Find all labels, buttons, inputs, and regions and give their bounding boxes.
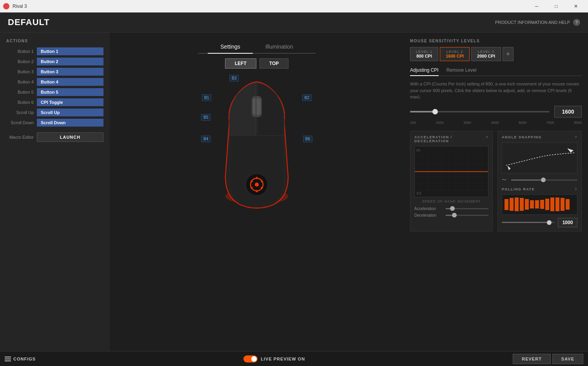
action-button-2[interactable]: Button 2 [37, 58, 103, 65]
title-bar-left: Rival 3 [3, 3, 27, 9]
cpi-value-display[interactable]: 1600 [554, 106, 582, 118]
minimize-button[interactable]: ─ [528, 0, 546, 13]
polling-slider-track[interactable] [502, 222, 555, 223]
product-help-icon[interactable]: ? [573, 19, 580, 26]
configs-icon [5, 357, 11, 361]
polling-graph [502, 194, 577, 215]
deceleration-slider-track[interactable] [446, 215, 488, 216]
polling-bar [545, 199, 549, 210]
svg-point-8 [261, 181, 263, 183]
acceleration-slider-thumb[interactable] [450, 206, 455, 211]
app-container: DEFAULT PRODUCT INFORMATION AND HELP ? A… [0, 13, 588, 366]
cpi-level-2[interactable]: LEVEL 2 1600 CPI [440, 47, 470, 61]
live-preview-toggle[interactable] [243, 355, 258, 362]
deceleration-label: Deceleration [414, 213, 443, 217]
restore-button[interactable]: □ [547, 0, 565, 13]
mouse-image-container: B1 B2 B3 B4 B5 B6 [206, 75, 308, 216]
view-tabs: LEFT TOP [225, 58, 289, 69]
angle-slider-track[interactable] [511, 179, 577, 181]
cpi-level-1[interactable]: LEVEL 1 800 CPI [410, 47, 438, 61]
action-button-6[interactable]: CPI Toggle [37, 98, 103, 106]
cpi-slider-label: 200 [410, 121, 416, 125]
actions-label: ACTIONS [0, 37, 110, 46]
action-label-1: Button 1 [6, 49, 34, 54]
acceleration-label: Acceleration [414, 207, 443, 211]
tab-illumination[interactable]: Illumination [253, 40, 306, 54]
add-cpi-level-button[interactable]: + [503, 47, 514, 61]
bottom-panels: ACCELERATION / DECELERATION ? [410, 131, 582, 232]
angle-help-icon[interactable]: ? [575, 135, 577, 139]
view-left-button[interactable]: LEFT [225, 58, 256, 69]
acceleration-slider-track[interactable] [446, 208, 488, 209]
mouse-btn-b4: B4 [201, 136, 211, 142]
polling-bar [550, 197, 554, 211]
bottom-bar: CONFIGS LIVE PREVIEW ON REVERT SAVE [0, 351, 588, 366]
action-label-3: Button 3 [6, 69, 34, 74]
subtab-adjusting-cpi[interactable]: Adjusting CPI [410, 67, 439, 76]
angle-slider-row: 〜 [502, 177, 577, 183]
cpi-slider-label: 4500 [491, 121, 499, 125]
polling-bar [535, 200, 539, 208]
macro-row: Macro Editor LAUNCH [0, 129, 110, 145]
angle-slider-thumb[interactable] [541, 178, 546, 182]
cpi-slider-thumb[interactable] [432, 109, 438, 114]
profile-title: DEFAULT [8, 17, 50, 27]
save-button[interactable]: SAVE [552, 354, 583, 364]
mouse-btn-b3: B3 [229, 75, 239, 82]
svg-rect-2 [253, 98, 261, 115]
polling-bar [525, 199, 529, 210]
view-top-button[interactable]: TOP [260, 58, 289, 69]
cpi-levels: LEVEL 1 800 CPI LEVEL 2 1600 CPI LEVEL 3… [410, 47, 582, 61]
svg-point-9 [261, 187, 263, 189]
polling-value-display[interactable]: 1000 [558, 218, 577, 227]
product-info-link[interactable]: PRODUCT INFORMATION AND HELP ? [495, 19, 580, 26]
svg-point-11 [251, 187, 253, 189]
subtab-remove-level[interactable]: Remove Level [446, 67, 477, 76]
action-row-5: Button 5 Button 5 [0, 87, 110, 97]
cpi-slider-label: 1500 [436, 121, 443, 125]
polling-bar [505, 199, 508, 210]
angle-graph-svg [502, 143, 577, 173]
polling-help-icon[interactable]: ? [575, 187, 577, 191]
action-button-8[interactable]: Scroll Down [37, 119, 103, 127]
configs-button[interactable]: CONFIGS [5, 357, 36, 361]
window-title: Rival 3 [13, 4, 27, 9]
action-label-8: Scroll Down [6, 120, 34, 125]
close-button[interactable]: ✕ [567, 0, 585, 13]
accel-help-icon[interactable]: ? [486, 135, 488, 143]
app-icon [3, 3, 9, 9]
action-label-5: Button 5 [6, 90, 34, 94]
svg-point-7 [256, 177, 258, 179]
cpi-slider-track[interactable] [410, 111, 550, 112]
content-area: ACTIONS Button 1 Button 1 Button 2 Butto… [0, 33, 588, 351]
cpi-slider-label: 3000 [463, 121, 471, 125]
action-row-4: Button 4 Button 4 [0, 77, 110, 87]
action-button-7[interactable]: Scroll Up [37, 109, 103, 116]
mouse-btn-b1: B1 [202, 94, 211, 101]
tab-settings[interactable]: Settings [208, 40, 253, 54]
action-button-1[interactable]: Button 1 [37, 47, 103, 55]
polling-title: POLLING RATE ? [502, 187, 577, 191]
action-label-4: Button 4 [6, 80, 34, 84]
cpi-level-3[interactable]: LEVEL 3 2000 CPI [471, 47, 501, 61]
action-button-5[interactable]: Button 5 [37, 88, 103, 96]
launch-button[interactable]: LAUNCH [37, 132, 103, 142]
deceleration-slider-thumb[interactable] [452, 213, 457, 217]
revert-button[interactable]: REVERT [513, 354, 551, 364]
cpi-slider-container: 1600 [410, 106, 582, 118]
action-button-3[interactable]: Button 3 [37, 68, 103, 76]
polling-bar [566, 199, 570, 210]
accel-title: ACCELERATION / DECELERATION ? [414, 135, 488, 143]
graph-2x-label: 2x [416, 148, 420, 152]
accel-graph-svg [415, 147, 488, 197]
accel-panel: ACCELERATION / DECELERATION ? [410, 131, 493, 232]
action-row-8: Scroll Down Scroll Down [0, 118, 110, 128]
window-controls: ─ □ ✕ [528, 0, 585, 13]
action-row-3: Button 3 Button 3 [0, 67, 110, 77]
action-row-2: Button 2 Button 2 [0, 56, 110, 67]
polling-slider-thumb[interactable] [547, 220, 552, 225]
svg-point-12 [251, 181, 253, 183]
action-button-4[interactable]: Button 4 [37, 78, 103, 86]
svg-point-6 [255, 183, 259, 187]
polling-slider-fill [502, 222, 547, 223]
